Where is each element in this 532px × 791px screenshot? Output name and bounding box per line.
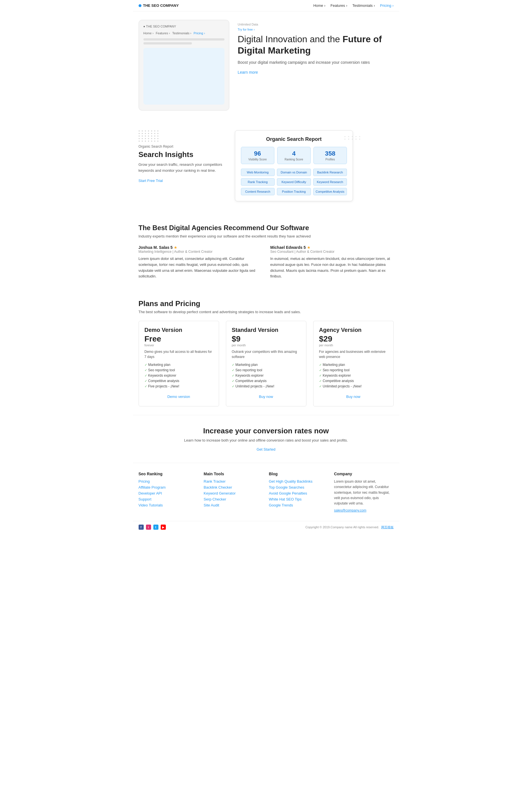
testimonial-0: Joshua M. Salas 5 ★ Marketing Intelligen…	[138, 245, 262, 279]
metric-box-3: 358 Profiles	[314, 147, 347, 164]
report-metrics: 96 Visibility Score 4 Ranking Score 358	[241, 147, 347, 164]
plan-features-1: Marketing plan Seo reporting tool Keywor…	[232, 363, 300, 388]
footer-col-blog: Blog Get High Quality Backlinks Top Goog…	[269, 471, 328, 513]
feature-2-0: Marketing plan	[319, 363, 388, 367]
twitter-icon[interactable]: t	[153, 525, 158, 530]
plan-price-0: Free	[145, 334, 213, 344]
insights-title: Search Insights	[138, 150, 224, 159]
testimonials-title: The Best Digital Agencies Recommend Our …	[138, 224, 394, 232]
nav-home[interactable]: Home	[313, 3, 325, 8]
cta-title: Increase your conversion rates now	[138, 426, 394, 435]
cta-section: Increase your conversion rates now Learn…	[133, 415, 399, 463]
learn-more-link[interactable]: Learn more	[238, 70, 258, 75]
hero-subtitle: Boost your digital marketing campaigns a…	[238, 59, 394, 65]
footer-col-tools: Main Tools Rank Tracker Backlink Checker…	[204, 471, 263, 513]
pricing-subtitle: The best software to develop perfect con…	[138, 310, 394, 314]
footer-link-api[interactable]: Developer API	[138, 491, 162, 496]
metric-profiles: 358 Profiles	[314, 147, 347, 164]
instagram-icon[interactable]: i	[146, 525, 151, 530]
report-btn-2[interactable]: Backlink Research	[313, 169, 347, 176]
hero-title-part1: Digital Innovation and the	[238, 34, 343, 44]
footer-link-support[interactable]: Support	[138, 497, 152, 501]
star-icon-0: ★	[174, 245, 177, 250]
plan-period-1: per month	[232, 344, 300, 347]
site-link[interactable]: 网页模板	[381, 525, 394, 529]
logo: THE SEO COMPANY	[138, 3, 179, 8]
mockup-links: Home › Features › Testimonials › Pricing…	[144, 32, 225, 35]
ml1: Home ›	[144, 32, 154, 35]
mockup-bar2	[144, 42, 192, 44]
footer-bottom: f i t ▶ Copyright © 2019.Company name Al…	[133, 521, 399, 533]
plan-period-0: forever	[145, 344, 213, 347]
footer-link-backlinks[interactable]: Get High Quality Backlinks	[269, 479, 312, 483]
footer-link-site-audit[interactable]: Site Audit	[204, 503, 220, 507]
feature-2-3: Competitive analysis	[319, 379, 388, 383]
report-btn-7[interactable]: Position Tracking	[277, 188, 311, 195]
facebook-icon[interactable]: f	[138, 525, 144, 530]
pricing-card-agency: Agency Version $29 per month For agencie…	[313, 321, 394, 406]
footer-link-pricing[interactable]: Pricing	[138, 479, 150, 483]
hero-section: ● THE SEO COMPANY Home › Features › Test…	[133, 11, 399, 119]
footer-link-rank-tracker[interactable]: Rank Tracker	[204, 479, 226, 483]
report-btn-6[interactable]: Content Research	[241, 188, 275, 195]
review-text-1: In euismod, metus ac elementum tincidunt…	[270, 256, 394, 279]
nav-pricing[interactable]: Pricing	[380, 3, 394, 8]
footer-link-serp[interactable]: Serp Checker	[204, 497, 226, 501]
pricing-grid: Demo Version Free forever Demo gives you…	[138, 321, 394, 406]
plan-cta-0[interactable]: Demo version	[145, 393, 213, 401]
footer-link-white-hat[interactable]: White Hat SEO Tips	[269, 497, 302, 501]
ml3: Testimonials ›	[172, 32, 191, 35]
metric-value-2: 4	[280, 150, 308, 157]
plan-desc-1: Outrank your competitors with this amazi…	[232, 349, 300, 359]
testimonials-grid: Joshua M. Salas 5 ★ Marketing Intelligen…	[138, 245, 394, 279]
footer-link-affiliate[interactable]: Affiliate Program	[138, 485, 166, 489]
plan-cta-2[interactable]: Buy now	[319, 393, 388, 401]
report-btn-1[interactable]: Domain vs Domain	[277, 169, 311, 176]
footer-col-title-tools: Main Tools	[204, 471, 263, 476]
logo-text: THE SEO COMPANY	[143, 3, 179, 8]
report-btn-3[interactable]: Rank Tracking	[241, 178, 275, 186]
report-btn-0[interactable]: Web Monitoring	[241, 169, 275, 176]
start-trial-link[interactable]: Start Free Trial	[138, 178, 163, 183]
footer-col-company: Company Lorem ipsum dolor sit amet, cons…	[334, 471, 394, 513]
feature-1-3: Competitive analysis	[232, 379, 300, 383]
hero-try[interactable]: Try for free	[238, 28, 394, 31]
nav-testimonials[interactable]: Testimonials	[352, 3, 375, 8]
report-btn-5[interactable]: Keyword Research	[313, 178, 347, 186]
insights-report-wrapper: Organic Search Report 96 Visibility Scor…	[235, 130, 353, 201]
plan-period-2: per month	[319, 344, 388, 347]
footer-link-backlink-checker[interactable]: Backlink Checker	[204, 485, 232, 489]
metric-ranking: 4 Ranking Score	[277, 147, 311, 164]
nav-features[interactable]: Features	[330, 3, 347, 8]
plan-name-2: Agency Version	[319, 327, 388, 333]
footer-link-keyword-gen[interactable]: Keyword Generator	[204, 491, 236, 496]
reviewer-role-1: Seo Consultant | Author & Content Creato…	[270, 250, 394, 254]
footer-link-penalties[interactable]: Avoid Google Penalties	[269, 491, 307, 496]
feature-2-2: Keywords explorer	[319, 373, 388, 378]
mockup-logo: ● THE SEO COMPANY	[144, 25, 176, 28]
youtube-icon[interactable]: ▶	[161, 525, 166, 530]
report-btn-8[interactable]: Competitive Analysis	[313, 188, 347, 195]
feature-0-3: Competitive analysis	[145, 379, 213, 383]
footer-link-google-searches[interactable]: Top Google Searches	[269, 485, 304, 489]
footer: Seo Ranking Pricing Affiliate Program De…	[133, 463, 399, 533]
feature-0-4: Five projects - ¡New!	[145, 384, 213, 388]
feature-2-4: Unlimited projects - ¡New!	[319, 384, 388, 388]
review-text-0: Lorem ipsum dolor sit amet, consectetur …	[138, 256, 262, 279]
report-btn-4[interactable]: Keyword Difficulty	[277, 178, 311, 186]
feature-0-2: Keywords explorer	[145, 373, 213, 378]
star-icon-1: ★	[307, 245, 311, 250]
copyright: Copyright © 2019.Company name All rights…	[305, 525, 394, 529]
footer-link-tutorials[interactable]: Video Tutorials	[138, 503, 163, 507]
mockup-bar1	[144, 38, 225, 40]
footer-email[interactable]: sales@company.com	[334, 508, 394, 513]
metric-label-3: Profiles	[316, 158, 344, 161]
footer-list-blog: Get High Quality Backlinks Top Google Se…	[269, 479, 328, 507]
insights-desc: Grow your search traffic, research your …	[138, 162, 224, 174]
plan-cta-1[interactable]: Buy now	[232, 393, 300, 401]
dots-decoration	[138, 130, 224, 142]
hero-badge: Unlimited Data	[238, 23, 394, 26]
footer-links: Seo Ranking Pricing Affiliate Program De…	[133, 463, 399, 521]
footer-link-trends[interactable]: Google Trends	[269, 503, 293, 507]
get-started-button[interactable]: Get Started	[256, 447, 275, 451]
